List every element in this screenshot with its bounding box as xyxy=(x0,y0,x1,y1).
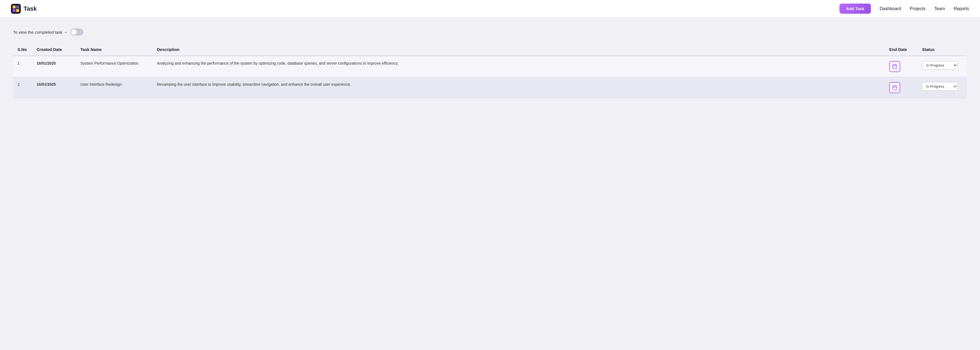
nav-actions: Add Task Dashboard Projects Team Reports xyxy=(840,3,969,14)
cell-created-date: 16/01/2025 xyxy=(32,77,76,98)
cell-end-date xyxy=(885,56,918,77)
cell-status: In ProgressCompletedPendingOn Hold xyxy=(918,56,967,77)
cell-end-date xyxy=(885,77,918,98)
cell-sno: 2 xyxy=(13,77,32,98)
nav-link-reports[interactable]: Reports xyxy=(954,6,969,11)
nav-link-dashboard[interactable]: Dashboard xyxy=(880,6,901,11)
nav-link-projects[interactable]: Projects xyxy=(910,6,926,11)
cell-description: Analyzing and enhancing the performance … xyxy=(153,56,885,77)
cell-sno: 1 xyxy=(13,56,32,77)
task-table: S.No Created Date Task Name Description … xyxy=(13,43,967,98)
svg-rect-4 xyxy=(16,9,19,12)
svg-rect-0 xyxy=(11,4,21,14)
svg-rect-3 xyxy=(13,9,16,12)
add-task-button[interactable]: Add Task xyxy=(840,3,870,14)
nav-brand: Task xyxy=(11,4,840,14)
svg-rect-2 xyxy=(16,5,19,8)
svg-rect-5 xyxy=(893,65,897,69)
cell-task-name: System Performance Optimization xyxy=(76,56,153,77)
navbar: Task Add Task Dashboard Projects Team Re… xyxy=(0,0,980,18)
table-body: 116/01/2025System Performance Optimizati… xyxy=(13,56,967,98)
cell-description: Revamping the user interface to improve … xyxy=(153,77,885,98)
svg-rect-9 xyxy=(893,86,897,90)
calendar-icon-button[interactable] xyxy=(889,82,900,93)
cell-task-name: User Interface Redesign xyxy=(76,77,153,98)
col-header-sno: S.No xyxy=(13,43,32,56)
col-header-status: Status xyxy=(918,43,967,56)
app-logo-icon xyxy=(11,4,21,14)
col-header-end-date: End Date xyxy=(885,43,918,56)
toggle-knob xyxy=(71,29,76,35)
col-header-created-date: Created Date xyxy=(32,43,76,56)
calendar-icon xyxy=(892,85,897,90)
cell-status: In ProgressCompletedPendingOn Hold xyxy=(918,77,967,98)
svg-rect-1 xyxy=(13,5,16,8)
calendar-icon-button[interactable] xyxy=(889,61,900,72)
table-header-row: S.No Created Date Task Name Description … xyxy=(13,43,967,56)
calendar-icon xyxy=(892,64,897,69)
cell-created-date: 16/01/2025 xyxy=(32,56,76,77)
table-row: 216/01/2025User Interface RedesignRevamp… xyxy=(13,77,967,98)
nav-link-team[interactable]: Team xyxy=(934,6,945,11)
table-header: S.No Created Date Task Name Description … xyxy=(13,43,967,56)
status-dropdown[interactable]: In ProgressCompletedPendingOn Hold xyxy=(922,61,958,70)
table-row: 116/01/2025System Performance Optimizati… xyxy=(13,56,967,77)
status-dropdown[interactable]: In ProgressCompletedPendingOn Hold xyxy=(922,82,958,91)
main-content: To view the completed task → S.No Create… xyxy=(0,18,980,109)
col-header-task-name: Task Name xyxy=(76,43,153,56)
completed-task-toggle[interactable] xyxy=(70,29,83,35)
completed-task-label: To view the completed task → xyxy=(13,30,68,35)
app-title: Task xyxy=(24,5,37,12)
col-header-description: Description xyxy=(153,43,885,56)
completed-task-filter-row: To view the completed task → xyxy=(13,29,967,35)
